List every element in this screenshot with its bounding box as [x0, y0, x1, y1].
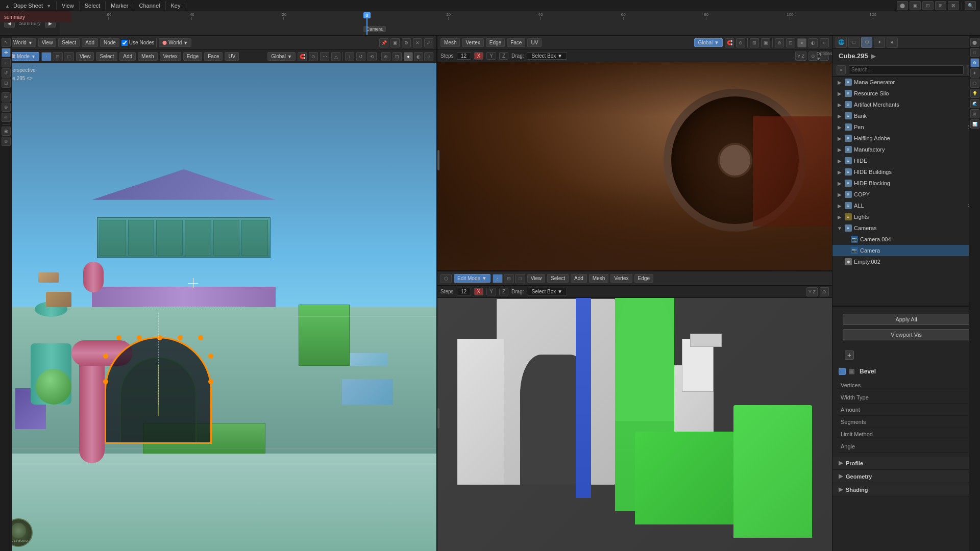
br-vp-editor-icon[interactable]: ⬡: [440, 274, 452, 283]
r-vp-global[interactable]: Global ▼: [694, 38, 723, 47]
outliner-item-manufactory[interactable]: ▶ ≡ Manufactory: [832, 144, 980, 155]
left-vp-world-btn[interactable]: ⬤ World ▼: [159, 38, 191, 47]
menu-select[interactable]: Select: [80, 1, 106, 10]
outliner-item-pen[interactable]: ▶ ≡ Pen 5 6₈: [832, 121, 980, 133]
br-axis-y[interactable]: Y: [486, 288, 496, 295]
props-icon-modifier[interactable]: ⚙: [861, 37, 872, 48]
br-axis-x[interactable]: X: [474, 288, 484, 295]
snap-btn[interactable]: 🧲: [298, 52, 307, 61]
left-vp-add-menu[interactable]: Add: [82, 38, 98, 47]
edge-mode-btn[interactable]: ⊟: [53, 52, 63, 61]
profile-section-header[interactable]: ▶ Profile: [832, 457, 980, 470]
add-modifier-button[interactable]: +: [845, 350, 854, 360]
bevel-prop-angle[interactable]: Angle: [839, 440, 974, 453]
outliner-item-camera[interactable]: 📷 Camera 3: [832, 245, 980, 256]
edge-menu2[interactable]: Edge: [183, 52, 202, 61]
apply-all-button[interactable]: Apply All: [843, 314, 970, 325]
menu-view[interactable]: View: [57, 1, 80, 10]
left-tool-5[interactable]: ⊡: [2, 79, 11, 88]
r-vp-edge[interactable]: Edge: [486, 38, 505, 47]
global-btn[interactable]: Global ▼: [267, 52, 296, 61]
bevel-enabled-checkbox[interactable]: [839, 368, 846, 375]
strip-icon-7[interactable]: 🌊: [970, 99, 979, 108]
outliner-filter-icon[interactable]: ≡: [837, 65, 846, 74]
br-compass[interactable]: ⊙: [820, 287, 829, 296]
transform-btn2[interactable]: ↺: [356, 52, 365, 61]
vp-pin-icon[interactable]: 📌: [379, 38, 388, 47]
br-vertex-mode[interactable]: ·: [493, 274, 503, 283]
left-tool-8[interactable]: ∞: [2, 113, 11, 122]
br-face-mode[interactable]: □: [515, 274, 525, 283]
bevel-prop-width-type[interactable]: Width Type: [839, 391, 974, 404]
props-icon-object[interactable]: □: [848, 37, 860, 48]
outliner-item-hide-blocking[interactable]: ▶ ≡ HIDE Blocking: [832, 178, 980, 189]
r-axis-y[interactable]: Y: [486, 52, 496, 60]
strip-icon-4[interactable]: ✦: [970, 68, 979, 78]
vertex-mode-btn[interactable]: ·: [41, 52, 52, 61]
strip-icon-8[interactable]: ⊞: [970, 109, 979, 118]
uv-menu2[interactable]: UV: [225, 52, 239, 61]
outliner-item-hide-buildings[interactable]: ▶ ≡ HIDE Buildings: [832, 166, 980, 178]
left-tool-1[interactable]: ↖: [2, 38, 11, 47]
transform-btn1[interactable]: ↕: [345, 52, 354, 61]
use-nodes-toggle[interactable]: Use Nodes: [121, 40, 154, 46]
r-vp-settings[interactable]: ⊙: [736, 38, 745, 47]
top-icon-5[interactable]: ⊠: [948, 1, 959, 10]
outliner-item-all[interactable]: ▶ ≡ ALL 2 4₆: [832, 200, 980, 211]
strip-icon-6[interactable]: 💡: [970, 89, 979, 98]
strip-icon-9[interactable]: 📊: [970, 119, 979, 129]
face-menu2[interactable]: Face: [204, 52, 223, 61]
br-vp-resize[interactable]: [437, 408, 439, 429]
bevel-prop-amount[interactable]: Amount: [839, 404, 974, 416]
outliner-item-camera004[interactable]: 📷 Camera.004: [832, 234, 980, 245]
br-axis-z[interactable]: Z: [499, 288, 508, 295]
r-axis-x[interactable]: X: [474, 52, 484, 60]
br-view-menu[interactable]: View: [527, 274, 546, 283]
br-steps-value[interactable]: 12: [457, 288, 471, 295]
br-add-menu[interactable]: Add: [571, 274, 587, 283]
top-icon-2[interactable]: ▣: [910, 1, 921, 10]
menu-channel[interactable]: Channel: [134, 1, 166, 10]
br-select-box[interactable]: Select Box ▼: [527, 288, 567, 295]
outliner-item-copy[interactable]: ▶ ≡ COPY: [832, 189, 980, 200]
shading-material[interactable]: ◐: [414, 52, 423, 61]
left-vp-node-menu[interactable]: Node: [100, 38, 119, 47]
outliner-item-halfling-adobe[interactable]: ▶ ≡ Halfling Adobe: [832, 133, 980, 144]
shading-render[interactable]: ○: [424, 52, 433, 61]
br-yz-btn[interactable]: Y Z: [806, 287, 818, 296]
shading-section-header[interactable]: ▶ Shading: [832, 483, 980, 496]
overlay-btn[interactable]: ⊜: [381, 52, 390, 61]
xray-btn[interactable]: ⊡: [393, 52, 402, 61]
props-icon-scene[interactable]: 🌐: [836, 37, 847, 48]
r-vp-overlay[interactable]: ⊜: [775, 38, 784, 47]
r-steps-value[interactable]: 12: [457, 52, 471, 60]
props-icon-material[interactable]: ●: [887, 37, 898, 48]
edit-scene-view[interactable]: [437, 286, 832, 551]
r-options-btn[interactable]: Options ▼: [820, 52, 829, 61]
outliner-search-input[interactable]: [849, 65, 964, 74]
outliner-item-mana-generator[interactable]: ▶ ≡ Mana Generator: [832, 77, 980, 88]
face-mode-btn[interactable]: □: [64, 52, 74, 61]
br-edge-mode[interactable]: ⊟: [504, 274, 514, 283]
br-edge-menu[interactable]: Edge: [634, 274, 653, 283]
vp-close-icon[interactable]: ✕: [413, 38, 422, 47]
left-tool-7[interactable]: ⊕: [2, 103, 11, 112]
bevel-prop-segments[interactable]: Segments: [839, 416, 974, 428]
br-select-menu[interactable]: Select: [547, 274, 569, 283]
playhead-marker[interactable]: 0: [363, 12, 371, 35]
r-vp-xray[interactable]: ⊡: [786, 38, 795, 47]
outliner-item-resource-silo[interactable]: ▶ ≡ Resource Silo: [832, 88, 980, 99]
timeline-ruler[interactable]: -60 -40 -20 0 20 40: [60, 11, 980, 35]
top-icon-1[interactable]: ⬤: [897, 1, 908, 10]
r-vp-layout1[interactable]: ⊞: [750, 38, 759, 47]
outliner-item-artifact-merchants[interactable]: ▶ ≡ Artifact Merchants: [832, 99, 980, 110]
left-vp-select-menu[interactable]: Select: [58, 38, 80, 47]
r-vp-shade-m[interactable]: ◐: [808, 38, 818, 47]
dopesheet-title[interactable]: ▲ Dope Sheet ▼: [0, 1, 57, 10]
add-menu2[interactable]: Add: [119, 52, 136, 61]
right-vp-resize[interactable]: [437, 150, 439, 170]
outliner-item-lights[interactable]: ▶ ≡ Lights 2: [832, 211, 980, 222]
br-mesh-menu[interactable]: Mesh: [589, 274, 608, 283]
viewport-vis-button[interactable]: Viewport Vis: [843, 329, 970, 340]
bevel-prop-limit-method[interactable]: Limit Method: [839, 428, 974, 440]
